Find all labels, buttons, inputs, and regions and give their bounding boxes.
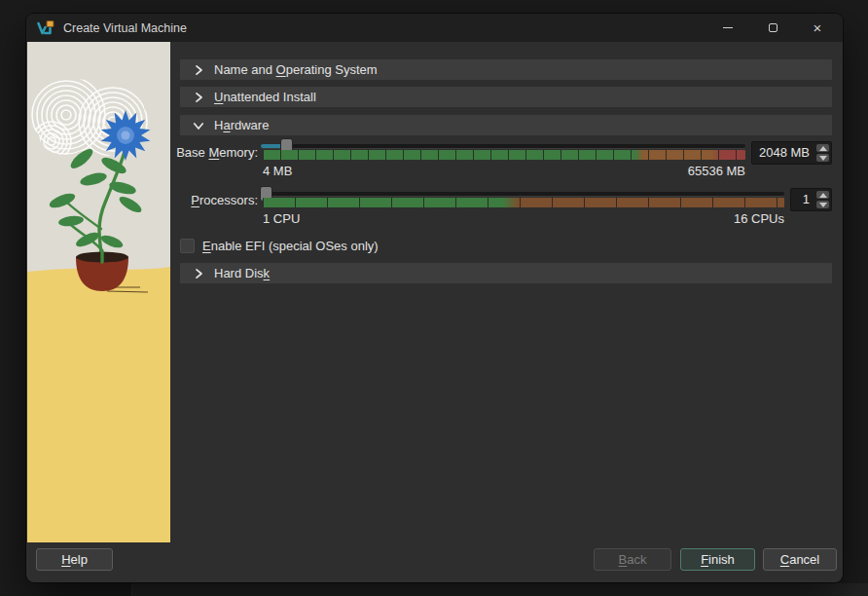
triangle-up-icon <box>819 193 827 198</box>
enable-efi-row: Enable EFI (special OSes only) <box>180 239 379 253</box>
enable-efi-checkbox[interactable] <box>180 239 195 253</box>
virtualbox-logo-icon <box>37 20 54 36</box>
minimize-button[interactable] <box>705 14 750 42</box>
maximize-icon <box>769 23 778 32</box>
slider-groove <box>261 144 745 148</box>
back-button[interactable]: Back <box>594 548 671 571</box>
window-controls: × <box>705 14 840 42</box>
memory-min-label: 4 MB <box>263 164 292 178</box>
base-memory-spinbox[interactable]: 2048 MB <box>751 141 832 165</box>
chevron-down-icon <box>193 120 204 131</box>
help-button[interactable]: Help <box>36 548 113 571</box>
back-button-label: Back <box>619 552 647 567</box>
close-button[interactable]: × <box>795 14 840 42</box>
processors-value[interactable]: 1 <box>791 189 814 210</box>
base-memory-value[interactable]: 2048 MB <box>752 142 814 164</box>
chevron-right-icon <box>193 64 204 76</box>
triangle-down-icon <box>819 203 827 207</box>
base-memory-label: Base Memory: <box>85 145 258 160</box>
processors-spinbox[interactable]: 1 <box>790 188 832 211</box>
section-unattended-install[interactable]: Unattended Install <box>180 87 832 107</box>
memory-scale-bar <box>263 150 745 160</box>
spin-buttons <box>814 189 831 210</box>
spin-buttons <box>814 142 831 164</box>
sidebar-illustration <box>27 42 170 542</box>
minimize-icon <box>723 27 733 28</box>
create-vm-dialog: Create Virtual Machine × <box>26 14 843 582</box>
help-button-label: Help <box>61 552 88 567</box>
triangle-down-icon <box>819 156 827 161</box>
enable-efi-label[interactable]: Enable EFI (special OSes only) <box>202 239 379 253</box>
section-hard-disk[interactable]: Hard Disk <box>180 263 832 283</box>
processors-scale-bar <box>263 198 784 207</box>
finish-button[interactable]: Finish <box>680 548 755 571</box>
spin-down-button[interactable] <box>816 201 829 208</box>
maximize-button[interactable] <box>750 14 795 42</box>
slider-groove <box>261 192 784 196</box>
processors-range-labels: 1 CPU 16 CPUs <box>263 211 784 226</box>
art-floor <box>27 267 170 542</box>
spin-up-button[interactable] <box>816 144 829 152</box>
desktop-background <box>131 583 868 596</box>
finish-button-label: Finish <box>701 552 735 567</box>
processors-min-label: 1 CPU <box>263 211 300 226</box>
cancel-button-label: Cancel <box>780 552 819 567</box>
section-label: Hard Disk <box>214 266 270 280</box>
memory-range-labels: 4 MB 65536 MB <box>263 164 745 178</box>
section-label: Hardware <box>214 118 269 132</box>
section-name-os[interactable]: Name and Operating System <box>180 59 832 80</box>
close-icon: × <box>814 20 822 35</box>
chevron-right-icon <box>193 92 204 103</box>
processors-label: Processors: <box>85 193 258 207</box>
memory-max-label: 65536 MB <box>688 164 745 178</box>
section-label: Name and Operating System <box>214 62 378 77</box>
section-label: Unattended Install <box>214 90 316 104</box>
triangle-up-icon <box>819 146 827 151</box>
processors-max-label: 16 CPUs <box>734 211 784 226</box>
section-hardware[interactable]: Hardware <box>180 115 832 135</box>
window-title: Create Virtual Machine <box>63 21 187 35</box>
cancel-button[interactable]: Cancel <box>763 548 837 571</box>
chevron-right-icon <box>193 268 204 279</box>
title-bar[interactable]: Create Virtual Machine × <box>26 14 843 42</box>
spin-down-button[interactable] <box>816 154 829 162</box>
spin-up-button[interactable] <box>816 191 829 199</box>
